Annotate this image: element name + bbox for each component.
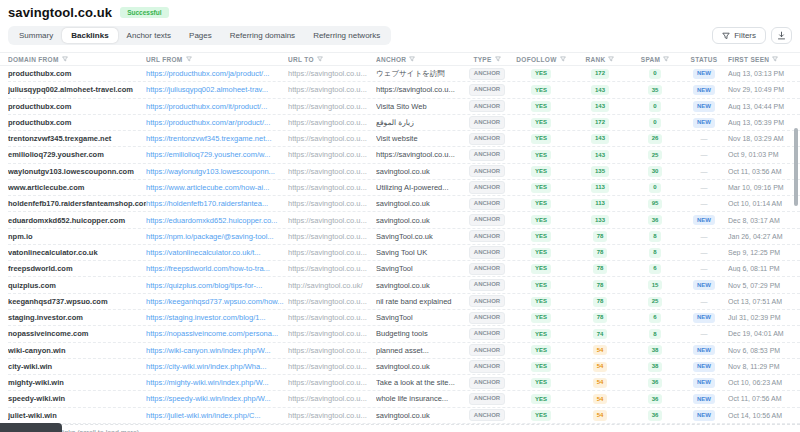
url-from-link[interactable]: https://staging.investor.com/blog/1... xyxy=(146,313,288,322)
cell-rank: 54 xyxy=(570,394,630,405)
tab-referring-networks[interactable]: Referring networks xyxy=(304,28,389,43)
column-filter-icon[interactable] xyxy=(608,56,614,63)
column-header-spam[interactable]: SPAM xyxy=(630,56,680,63)
url-from-link[interactable]: https://vatonlinecalculator.co.uk/t... xyxy=(146,248,288,257)
dofollow-badge: YES xyxy=(531,215,551,225)
status-badge: NEW xyxy=(693,280,715,290)
url-from-link[interactable]: https://producthubx.com/ja/product/... xyxy=(146,69,288,78)
cell-rank: 78 xyxy=(570,263,630,274)
filter-funnel-icon xyxy=(722,32,730,40)
cell-status: NEW xyxy=(680,117,728,128)
column-header-rank[interactable]: RANK xyxy=(570,56,630,63)
column-header-dofollow[interactable]: DOFOLLOW xyxy=(512,56,570,63)
table-row: producthubx.comhttps://producthubx.com/i… xyxy=(8,99,800,115)
cell-spam: 25 xyxy=(630,296,680,307)
download-button[interactable] xyxy=(771,27,792,44)
url-from-link[interactable]: https://quizplus.com/blog/tips-for-... xyxy=(146,281,288,290)
column-header-type[interactable]: TYPE xyxy=(462,56,512,63)
tab-pages[interactable]: Pages xyxy=(180,28,221,43)
column-filter-icon[interactable] xyxy=(560,56,566,63)
dofollow-badge: YES xyxy=(531,150,551,160)
spam-badge: 30 xyxy=(648,166,663,176)
table-row: waylonutgv103.lowescouponn.comhttps://wa… xyxy=(8,164,800,180)
column-filter-icon[interactable] xyxy=(409,56,415,63)
type-badge: ANCHOR xyxy=(469,198,505,210)
column-header-label: STATUS xyxy=(691,56,718,63)
cell-first-seen: Nov 18, 03:29 AM xyxy=(728,135,790,142)
table-row: speedy-wiki.winhttps://speedy-wiki.win/i… xyxy=(8,391,800,407)
tab-anchor-texts[interactable]: Anchor texts xyxy=(118,28,180,43)
url-from-link[interactable]: https://juliet-wiki.win/index.php/C... xyxy=(146,411,288,420)
url-from-link[interactable]: https://waylonutgv103.lowescouponn... xyxy=(146,167,288,176)
cell-domain-from: npm.io xyxy=(8,232,146,241)
cell-first-seen: Sep 9, 12:25 PM xyxy=(728,249,790,256)
column-header-url-to[interactable]: URL TO xyxy=(288,56,376,63)
url-from-link[interactable]: https://nopassiveincome.com/persona... xyxy=(146,329,288,338)
vertical-scrollbar-thumb[interactable] xyxy=(794,128,798,206)
status-empty: — xyxy=(701,200,708,207)
url-from-link[interactable]: https://speedy-wiki.win/index.php/W... xyxy=(146,394,288,403)
column-filter-icon[interactable] xyxy=(663,56,669,63)
status-badge: Successful xyxy=(120,7,168,18)
cell-anchor: Saving Tool UK xyxy=(376,248,462,257)
table-row: holdenfefb170.raidersfanteamshop.comhttp… xyxy=(8,196,800,212)
cell-spam: 6 xyxy=(630,312,680,323)
url-from-link[interactable]: https://producthubx.com/ar/product/... xyxy=(146,118,288,127)
url-from-link[interactable]: https://juliusqypq002.almoheet-trav... xyxy=(146,85,288,94)
column-header-status[interactable]: STATUS xyxy=(680,56,728,63)
tab-summary[interactable]: Summary xyxy=(10,28,62,43)
url-from-link[interactable]: https://wiki-canyon.win/index.php/W... xyxy=(146,346,288,355)
tab-referring-domains[interactable]: Referring domains xyxy=(221,28,304,43)
column-header-first-seen[interactable]: FIRST SEEN xyxy=(728,56,790,63)
cell-status: — xyxy=(680,329,728,338)
url-from-link[interactable]: https://city-wiki.win/index.php/Wha... xyxy=(146,362,288,371)
cell-first-seen: Jul 31, 02:39 PM xyxy=(728,314,790,321)
cell-rank: 78 xyxy=(570,231,630,242)
url-from-link[interactable]: https://mighty-wiki.win/index.php/W... xyxy=(146,378,288,387)
spam-badge: 0 xyxy=(649,183,660,193)
dofollow-badge: YES xyxy=(531,231,551,241)
url-from-link[interactable]: https://freepsdworld.com/how-to-tra... xyxy=(146,264,288,273)
tab-backlinks[interactable]: Backlinks xyxy=(62,28,117,43)
cell-type: ANCHOR xyxy=(462,312,512,324)
column-header-label: RANK xyxy=(586,56,606,63)
url-from-link[interactable]: https://holdenfefb170.raidersfantea... xyxy=(146,199,288,208)
cell-dofollow: YES xyxy=(512,182,570,193)
table-row: producthubx.comhttps://producthubx.com/a… xyxy=(8,115,800,131)
column-header-label: ANCHOR xyxy=(376,56,406,63)
column-header-url-from[interactable]: URL FROM xyxy=(146,56,288,63)
column-filter-icon[interactable] xyxy=(62,56,68,63)
column-filter-icon[interactable] xyxy=(772,56,778,63)
url-from-link[interactable]: https://npm.io/package/@saving-tool... xyxy=(146,232,288,241)
column-filter-icon[interactable] xyxy=(495,56,501,63)
cell-status: NEW xyxy=(680,361,728,372)
column-header-label: URL FROM xyxy=(146,56,183,63)
status-empty: — xyxy=(701,184,708,191)
url-from-link[interactable]: https://www.articlecube.com/how-ai... xyxy=(146,183,288,192)
type-badge: ANCHOR xyxy=(469,116,505,128)
cell-type: ANCHOR xyxy=(462,279,512,291)
url-from-link[interactable]: https://keeganhqsd737.wpsuo.com/how... xyxy=(146,297,288,306)
cell-dofollow: YES xyxy=(512,280,570,291)
cell-type: ANCHOR xyxy=(462,133,512,145)
cell-dofollow: YES xyxy=(512,394,570,405)
type-badge: ANCHOR xyxy=(469,328,505,340)
cell-type: ANCHOR xyxy=(462,116,512,128)
column-filter-icon[interactable] xyxy=(186,56,192,63)
column-filter-icon[interactable] xyxy=(317,56,323,63)
url-from-link[interactable]: https://eduardomxkd652.huicopper.co... xyxy=(146,216,288,225)
url-from-link[interactable]: https://emiliolioq729.yousher.com/w... xyxy=(146,150,288,159)
cell-type: ANCHOR xyxy=(462,377,512,389)
filters-button[interactable]: Filters xyxy=(712,27,766,44)
cell-first-seen: Aug 13, 04:44 PM xyxy=(728,103,790,110)
rank-badge: 54 xyxy=(593,378,608,388)
cell-spam: 38 xyxy=(630,361,680,372)
cell-status: — xyxy=(680,264,728,273)
column-header-anchor[interactable]: ANCHOR xyxy=(376,56,462,63)
column-header-domain-from[interactable]: DOMAIN FROM xyxy=(8,56,146,63)
url-from-link[interactable]: https://producthubx.com/it/product/... xyxy=(146,102,288,111)
url-from-link[interactable]: https://trentonzvwf345.trexgame.net... xyxy=(146,134,288,143)
cell-status: NEW xyxy=(680,68,728,79)
cell-url-to: https://savingtool.co.u... xyxy=(288,362,376,371)
cell-type: ANCHOR xyxy=(462,214,512,226)
